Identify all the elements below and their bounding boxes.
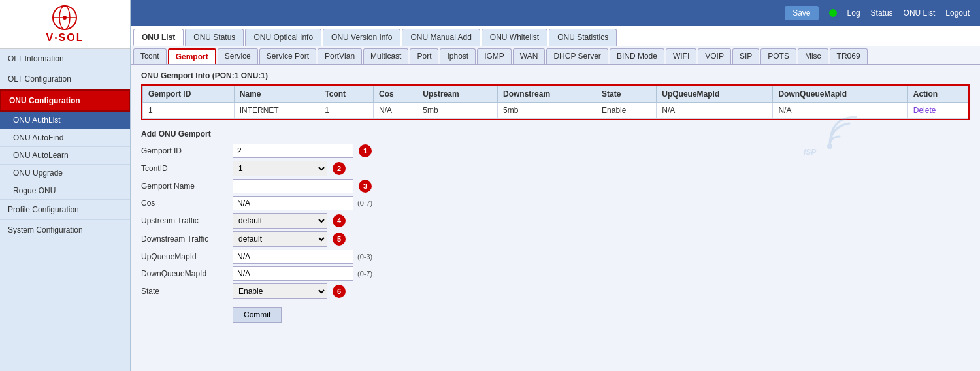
label-upqueue-map-id: UpQueueMapId — [141, 252, 233, 261]
form-row-gemport-name: Gemport Name 3 — [141, 179, 507, 193]
section-title: ONU Gemport Info (PON:1 ONU:1) — [141, 71, 970, 80]
tab-onu-version-info[interactable]: ONU Version Info — [323, 29, 400, 46]
subtab-service-port[interactable]: Service Port — [259, 48, 316, 64]
tab-onu-optical-info[interactable]: ONU Optical Info — [245, 29, 321, 46]
hint-upqueue: (0-3) — [357, 253, 372, 261]
hint-cos: (0-7) — [357, 199, 372, 207]
delete-link[interactable]: Delete — [913, 106, 936, 115]
sidebar-item-olt-info[interactable]: OLT Information — [0, 49, 130, 69]
svg-point-3 — [63, 16, 67, 20]
col-header-downstream: Downstream — [498, 86, 596, 103]
select-upstream-traffic[interactable]: default — [233, 213, 327, 229]
add-form-title: Add ONU Gemport — [141, 129, 970, 138]
select-tcont-id[interactable]: 123 — [233, 161, 327, 176]
subtab-misc[interactable]: Misc — [798, 48, 828, 64]
cell-downstream: 5mb — [498, 103, 596, 119]
commit-button[interactable]: Commit — [233, 307, 282, 323]
sidebar-item-profile-config[interactable]: Profile Configuration — [0, 200, 130, 220]
label-gemport-name: Gemport Name — [141, 182, 233, 191]
sidebar-item-onu-autolearn[interactable]: ONU AutoLearn — [0, 147, 130, 165]
sidebar-item-olt-config[interactable]: OLT Configuration — [0, 69, 130, 89]
subtab-iphost[interactable]: Iphost — [440, 48, 476, 64]
log-button[interactable]: Log — [847, 8, 860, 18]
sidebar-item-onu-autofind[interactable]: ONU AutoFind — [0, 129, 130, 147]
cell-state: Enable — [596, 103, 657, 119]
col-header-upstream: Upstream — [417, 86, 498, 103]
subtab-wifi[interactable]: WIFI — [666, 48, 696, 64]
select-state[interactable]: EnableDisable — [233, 283, 327, 299]
col-header-downqueue: DownQueueMapId — [773, 86, 907, 103]
status-button[interactable]: Status — [871, 8, 893, 18]
add-form: Gemport ID 1 TcontID 123 2 Gemport Name … — [141, 144, 507, 323]
subtab-igmp[interactable]: IGMP — [477, 48, 512, 64]
logo-text: V·SOL — [46, 32, 84, 44]
label-state: State — [141, 287, 233, 296]
subtab-voip[interactable]: VOIP — [698, 48, 731, 64]
tab-onu-whitelist[interactable]: ONU Whitelist — [482, 29, 547, 46]
step-badge-3: 3 — [359, 180, 372, 193]
subtab-pots[interactable]: POTS — [760, 48, 796, 64]
onu-list-button[interactable]: ONU List — [904, 8, 936, 18]
sidebar-item-system-config[interactable]: System Configuration — [0, 220, 130, 240]
step-badge-4: 4 — [333, 214, 346, 227]
cell-action: Delete — [907, 103, 968, 119]
subtab-port[interactable]: Port — [410, 48, 438, 64]
subtab-wan[interactable]: WAN — [513, 48, 546, 64]
vsol-logo-icon — [52, 5, 78, 31]
form-row-downqueue-map-id: DownQueueMapId (0-7) — [141, 266, 507, 281]
subtab-sip[interactable]: SIP — [732, 48, 759, 64]
main-panel: Save Log Status ONU List Logout ONU List… — [131, 0, 980, 371]
subtab-bind-mode[interactable]: BIND Mode — [610, 48, 664, 64]
step-badge-5: 5 — [333, 233, 346, 246]
sidebar-items: OLT Information OLT Configuration ONU Co… — [0, 49, 130, 240]
save-button[interactable]: Save — [785, 6, 818, 20]
sidebar-item-onu-config[interactable]: ONU Configuration — [0, 89, 130, 112]
subtab-portvlan[interactable]: PortVlan — [318, 48, 362, 64]
input-gemport-name[interactable] — [233, 179, 353, 193]
sidebar-item-onu-authlist[interactable]: ONU AuthList — [0, 112, 130, 129]
gemport-table-wrapper: Gemport ID Name Tcont Cos Upstream Downs… — [141, 84, 970, 120]
sidebar: V·SOL OLT Information OLT Configuration … — [0, 0, 131, 371]
tab-onu-manual-add[interactable]: ONU Manual Add — [402, 29, 480, 46]
label-downstream-traffic: Downstream Traffic — [141, 234, 233, 244]
logo-area: V·SOL — [0, 0, 130, 49]
form-row-state: State EnableDisable 6 — [141, 283, 507, 299]
select-downstream-traffic[interactable]: default — [233, 231, 327, 247]
main-tabs: ONU List ONU Status ONU Optical Info ONU… — [131, 26, 980, 46]
col-header-gemport-id: Gemport ID — [143, 86, 235, 103]
svg-text:iSP: iSP — [804, 148, 817, 156]
tab-onu-list[interactable]: ONU List — [133, 29, 184, 46]
input-upqueue-map-id[interactable] — [233, 250, 353, 264]
label-gemport-id: Gemport ID — [141, 146, 233, 155]
subtab-multicast[interactable]: Multicast — [363, 48, 408, 64]
sidebar-item-rogue-onu[interactable]: Rogue ONU — [0, 182, 130, 200]
tab-onu-statistics[interactable]: ONU Statistics — [549, 29, 617, 46]
subtab-dhcp-server[interactable]: DHCP Server — [546, 48, 608, 64]
subtab-service[interactable]: Service — [218, 48, 258, 64]
form-row-tcont-id: TcontID 123 2 — [141, 161, 507, 176]
col-header-name: Name — [234, 86, 319, 103]
logo: V·SOL — [46, 5, 84, 44]
form-row-downstream-traffic: Downstream Traffic default 5 — [141, 231, 507, 247]
input-gemport-id[interactable] — [233, 144, 353, 158]
status-indicator — [829, 9, 837, 17]
label-upstream-traffic: Upstream Traffic — [141, 216, 233, 225]
step-badge-6: 6 — [333, 285, 346, 298]
logout-button[interactable]: Logout — [945, 8, 970, 18]
content-area: iSP ONU Gemport Info (PON:1 ONU:1) Gempo… — [131, 65, 980, 371]
col-header-tcont: Tcont — [319, 86, 374, 103]
input-downqueue-map-id[interactable] — [233, 266, 353, 281]
subtab-gemport[interactable]: Gemport — [168, 48, 216, 64]
cell-upqueue: N/A — [657, 103, 773, 119]
form-row-commit: Commit — [141, 302, 507, 323]
cell-name: INTERNET — [234, 103, 319, 119]
cell-downqueue: N/A — [773, 103, 907, 119]
subtab-tcont[interactable]: Tcont — [133, 48, 167, 64]
input-cos[interactable] — [233, 196, 353, 210]
label-downqueue-map-id: DownQueueMapId — [141, 269, 233, 278]
tab-onu-status[interactable]: ONU Status — [185, 29, 244, 46]
topbar: Save Log Status ONU List Logout — [131, 0, 980, 26]
step-badge-2: 2 — [333, 162, 346, 175]
subtab-tr069[interactable]: TR069 — [830, 48, 868, 64]
sidebar-item-onu-upgrade[interactable]: ONU Upgrade — [0, 165, 130, 182]
